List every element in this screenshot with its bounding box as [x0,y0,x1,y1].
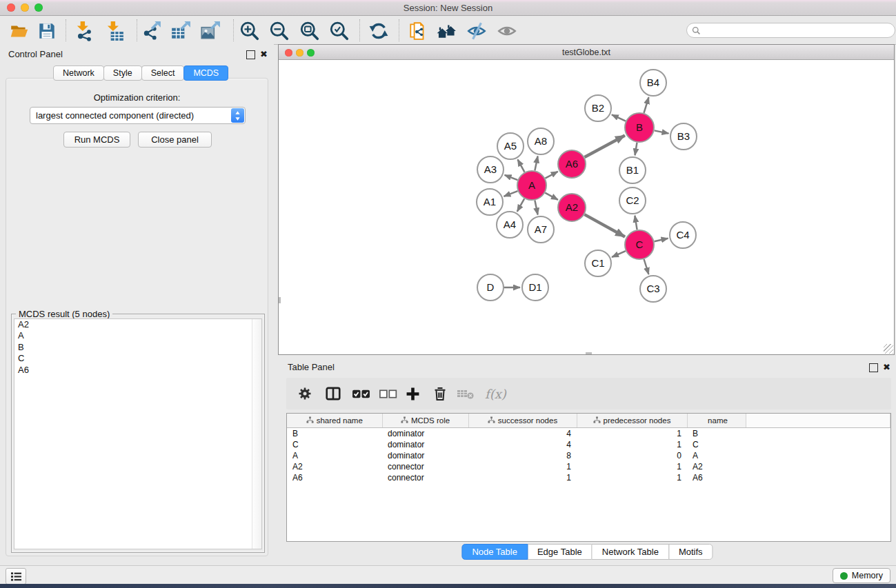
zoom-out-icon[interactable] [268,20,290,42]
table-cell[interactable]: A6 [287,472,382,483]
table-cell[interactable]: A2 [287,461,382,472]
minimize-window-button[interactable] [21,3,29,12]
table-cell[interactable]: connector [382,461,468,472]
float-panel-icon[interactable] [246,50,255,59]
graph-node-B[interactable]: B [625,113,654,142]
graph-node-D[interactable]: D [477,274,504,301]
edge-A-A1[interactable] [504,191,517,196]
result-list-item[interactable]: A2 [14,319,261,330]
edge-B-B3[interactable] [655,130,669,133]
table-cell[interactable]: 1 [577,428,687,440]
tab-network-table[interactable]: Network Table [592,544,669,560]
edge-C-C4[interactable] [654,239,668,241]
table-cell[interactable]: 1 [577,439,687,450]
table-cell[interactable]: dominator [382,450,468,461]
table-cell[interactable]: A2 [687,461,746,472]
close-panel-button[interactable]: Close panel [138,132,212,148]
column-header-MCDS-role[interactable]: MCDS role [382,414,468,428]
add-column-icon[interactable] [406,385,420,403]
import-table-icon[interactable] [103,20,126,42]
delete-columns-icon[interactable] [432,385,448,403]
graph-node-C1[interactable]: C1 [585,250,611,276]
edge-A6-B[interactable] [584,135,624,157]
edge-B-B1[interactable] [635,143,637,156]
table-cell[interactable]: connector [382,472,468,483]
run-mcds-button[interactable]: Run MCDS [63,132,130,148]
result-list-item[interactable]: A [14,330,261,341]
unselect-all-checkboxes-icon[interactable] [379,385,397,403]
save-session-icon[interactable] [36,20,58,42]
result-list-item[interactable]: B [14,342,261,353]
table-cell[interactable]: C [687,439,746,450]
zoom-fit-icon[interactable] [299,20,321,42]
close-window-button[interactable] [7,3,15,12]
table-cell[interactable]: 8 [468,450,577,461]
table-cell[interactable]: A [687,450,746,461]
edge-A-A6[interactable] [545,172,557,179]
export-table-icon[interactable] [170,20,192,42]
network-graph[interactable]: AA2A6BCA1A3A4A5A7A8B1B2B3B4C1C2C3C4DD1 [279,60,893,353]
graph-node-D1[interactable]: D1 [522,274,548,301]
graph-node-A4[interactable]: A4 [497,212,523,238]
new-network-from-selection-icon[interactable] [407,20,429,42]
graph-node-A[interactable]: A [517,171,546,200]
graph-node-B4[interactable]: B4 [640,70,666,96]
edge-A-A4[interactable] [517,199,524,212]
hide-graphics-details-icon[interactable] [466,20,488,42]
table-cell[interactable]: dominator [382,428,468,440]
tab-network[interactable]: Network [53,65,104,81]
float-table-panel-icon[interactable] [869,363,878,372]
graph-node-A8[interactable]: A8 [528,128,554,154]
edge-B-B4[interactable] [644,97,648,113]
graph-node-A5[interactable]: A5 [497,133,524,159]
export-network-icon[interactable] [141,20,163,42]
criterion-dropdown[interactable]: largest connected component (directed) [30,107,246,124]
result-list-scrollbar[interactable] [252,319,261,549]
column-header-predecessor-nodes[interactable]: predecessor nodes [577,414,687,428]
tab-node-table[interactable]: Node Table [461,544,528,560]
zoom-selected-icon[interactable] [328,20,350,42]
edge-A-A2[interactable] [545,193,558,200]
tab-style[interactable]: Style [103,65,142,81]
table-cell[interactable]: 1 [577,461,687,472]
close-panel-icon[interactable]: ✖ [260,50,268,59]
edge-A2-C[interactable] [584,214,625,236]
column-header-successor-nodes[interactable]: successor nodes [468,414,577,428]
table-cell[interactable]: 1 [468,461,577,472]
graph-node-A6[interactable]: A6 [558,150,586,178]
table-cell[interactable]: 1 [577,472,687,483]
graph-node-C2[interactable]: C2 [619,187,646,214]
tab-select[interactable]: Select [141,65,185,81]
table-cell[interactable]: 4 [468,428,577,440]
edge-C-C1[interactable] [612,251,626,257]
zoom-in-icon[interactable] [239,20,261,42]
edge-A-A7[interactable] [535,201,537,215]
tab-mcds[interactable]: MCDS [183,65,228,81]
memory-button[interactable]: Memory [833,568,890,583]
tab-motifs[interactable]: Motifs [668,544,713,560]
result-list-item[interactable]: C [14,353,261,364]
edge-C-C3[interactable] [644,259,649,274]
resize-grip-icon[interactable] [884,344,893,354]
edge-A-A5[interactable] [518,159,525,172]
graph-node-A2[interactable]: A2 [558,194,586,221]
table-cell[interactable]: dominator [382,439,468,450]
table-cell[interactable]: A6 [687,472,746,483]
graph-node-B1[interactable]: B1 [619,157,646,183]
refresh-network-view-icon[interactable] [368,20,390,42]
search-input[interactable] [704,25,879,36]
table-cell[interactable]: C [287,439,382,450]
network-canvas[interactable]: AA2A6BCA1A3A4A5A7A8B1B2B3B4C1C2C3C4DD1 [279,60,893,353]
graph-node-A3[interactable]: A3 [477,156,504,183]
table-cell[interactable]: B [287,428,382,440]
result-list-item[interactable]: A6 [14,365,261,376]
table-options-gear-icon[interactable] [297,385,312,403]
network-close-button[interactable] [285,49,292,57]
search-field[interactable] [686,23,895,38]
graph-node-B2[interactable]: B2 [585,95,611,121]
select-all-checkboxes-icon[interactable] [352,385,370,403]
edge-A-A3[interactable] [505,175,518,180]
table-cell[interactable]: A [287,450,382,461]
graph-node-C4[interactable]: C4 [670,222,696,248]
table-cell[interactable]: 0 [577,450,687,461]
